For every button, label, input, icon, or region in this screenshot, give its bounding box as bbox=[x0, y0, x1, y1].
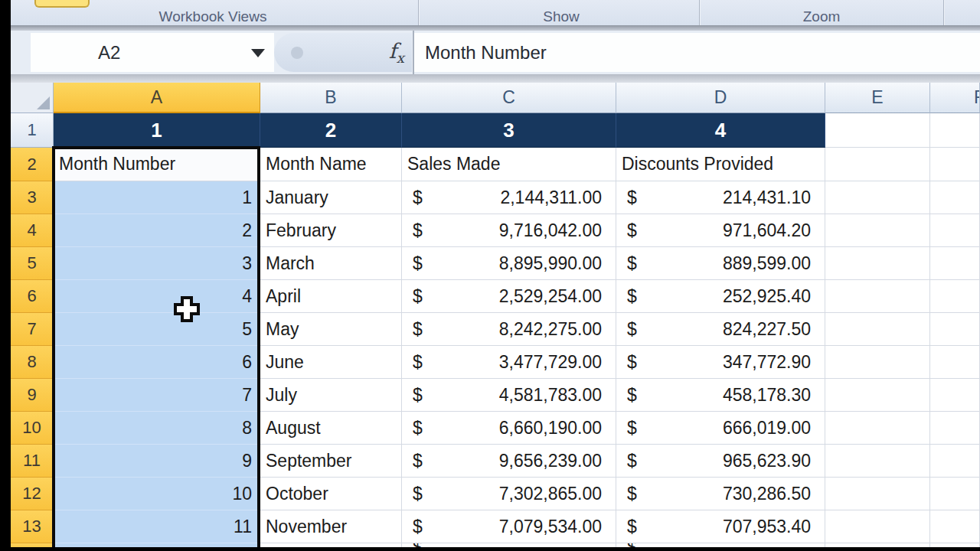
cell-C11[interactable]: $9,656,239.00 bbox=[402, 445, 616, 478]
cell-B9[interactable]: July bbox=[260, 379, 402, 412]
cell-C12[interactable]: $7,302,865.00 bbox=[402, 478, 616, 510]
cell-B7[interactable]: May bbox=[260, 313, 402, 346]
cell-F5[interactable] bbox=[930, 247, 980, 280]
cell-C7[interactable]: $8,242,275.00 bbox=[402, 313, 616, 346]
cell-E1[interactable] bbox=[825, 113, 930, 148]
cell-A12[interactable]: 10 bbox=[54, 478, 260, 510]
row-header-5[interactable]: 5 bbox=[11, 247, 54, 280]
cell-E3[interactable] bbox=[825, 181, 930, 214]
row-header-1[interactable]: 1 bbox=[11, 113, 54, 148]
cell-A2-active[interactable]: Month Number bbox=[54, 148, 260, 181]
cell-D10[interactable]: $666,019.00 bbox=[616, 412, 825, 445]
cell-E4[interactable] bbox=[825, 214, 930, 247]
row-header-11[interactable]: 11 bbox=[11, 445, 54, 478]
row-header-12[interactable]: 12 bbox=[11, 478, 54, 510]
row-header-10[interactable]: 10 bbox=[11, 412, 54, 445]
selection-border-right[interactable] bbox=[257, 146, 260, 551]
column-header-B[interactable]: B bbox=[260, 83, 402, 113]
cell-C10[interactable]: $6,660,190.00 bbox=[402, 412, 616, 445]
cell-D1[interactable]: 4 bbox=[616, 113, 825, 148]
cell-E13[interactable] bbox=[825, 510, 930, 543]
cell-B6[interactable]: April bbox=[260, 280, 402, 313]
cell-A5[interactable]: 3 bbox=[54, 247, 260, 280]
cell-B3[interactable]: January bbox=[260, 181, 402, 214]
cell-C6[interactable]: $2,529,254.00 bbox=[402, 280, 616, 313]
cell-F4[interactable] bbox=[930, 214, 980, 247]
column-header-D[interactable]: D bbox=[616, 83, 825, 113]
cell-C2[interactable]: Sales Made bbox=[402, 148, 616, 181]
cell-D3[interactable]: $214,431.10 bbox=[616, 181, 825, 214]
cell-D4[interactable]: $971,604.20 bbox=[616, 214, 825, 247]
cell-A6[interactable]: 4 bbox=[54, 280, 260, 313]
row-header-9[interactable]: 9 bbox=[11, 379, 54, 412]
column-header-F[interactable]: F bbox=[930, 83, 980, 113]
cell-F3[interactable] bbox=[930, 181, 980, 214]
cell-F10[interactable] bbox=[930, 412, 980, 445]
cell-C3[interactable]: $2,144,311.00 bbox=[402, 181, 616, 214]
cell-A10[interactable]: 8 bbox=[54, 412, 260, 445]
cell-A8[interactable]: 6 bbox=[54, 346, 260, 379]
cell-D7[interactable]: $824,227.50 bbox=[616, 313, 825, 346]
cell-A3[interactable]: 1 bbox=[54, 181, 260, 214]
cell-C9[interactable]: $4,581,783.00 bbox=[402, 379, 616, 412]
cell-B10[interactable]: August bbox=[260, 412, 402, 445]
cell-C5[interactable]: $8,895,990.00 bbox=[402, 247, 616, 280]
cell-D6[interactable]: $252,925.40 bbox=[616, 280, 825, 313]
cell-F13[interactable] bbox=[930, 510, 980, 543]
cell-B11[interactable]: September bbox=[260, 445, 402, 478]
row-header-13[interactable]: 13 bbox=[11, 510, 54, 543]
cell-E7[interactable] bbox=[825, 313, 930, 346]
cell-E11[interactable] bbox=[825, 445, 930, 478]
cell-C8[interactable]: $3,477,729.00 bbox=[402, 346, 616, 379]
cell-A4[interactable]: 2 bbox=[54, 214, 260, 247]
cell-A7[interactable]: 5 bbox=[54, 313, 260, 346]
column-header-C[interactable]: C bbox=[402, 83, 616, 113]
cell-D12[interactable]: $730,286.50 bbox=[616, 478, 825, 510]
cell-E10[interactable] bbox=[825, 412, 930, 445]
cell-D8[interactable]: $347,772.90 bbox=[616, 346, 825, 379]
cell-F2[interactable] bbox=[930, 148, 980, 181]
row-header-4[interactable]: 4 bbox=[11, 214, 54, 247]
row-header-8[interactable]: 8 bbox=[11, 346, 54, 379]
collapse-dot-icon[interactable] bbox=[291, 47, 303, 59]
cell-B13[interactable]: November bbox=[260, 510, 402, 543]
cell-B5[interactable]: March bbox=[260, 247, 402, 280]
cell-F1[interactable] bbox=[930, 113, 980, 148]
column-header-E[interactable]: E bbox=[825, 83, 930, 113]
row-header-2[interactable]: 2 bbox=[11, 148, 54, 181]
cell-C13[interactable]: $7,079,534.00 bbox=[402, 510, 616, 543]
name-box-dropdown-icon[interactable] bbox=[251, 49, 265, 57]
cell-A13[interactable]: 11 bbox=[54, 510, 260, 543]
cell-B2[interactable]: Month Name bbox=[260, 148, 402, 181]
cell-B1[interactable]: 2 bbox=[260, 113, 402, 148]
cell-E9[interactable] bbox=[825, 379, 930, 412]
cell-B4[interactable]: February bbox=[260, 214, 402, 247]
cell-C4[interactable]: $9,716,042.00 bbox=[402, 214, 616, 247]
cell-A1[interactable]: 1 bbox=[54, 113, 260, 148]
cell-B8[interactable]: June bbox=[260, 346, 402, 379]
row-header-3[interactable]: 3 bbox=[11, 181, 54, 214]
formula-bar-input[interactable]: Month Number bbox=[414, 33, 980, 72]
cell-D2[interactable]: Discounts Provided bbox=[616, 148, 825, 181]
select-all-corner[interactable] bbox=[11, 83, 54, 113]
ribbon-button-remnant[interactable] bbox=[34, 0, 90, 8]
cell-F8[interactable] bbox=[930, 346, 980, 379]
cell-E8[interactable] bbox=[825, 346, 930, 379]
cell-A11[interactable]: 9 bbox=[54, 445, 260, 478]
row-header-6[interactable]: 6 bbox=[11, 280, 54, 313]
cell-A9[interactable]: 7 bbox=[54, 379, 260, 412]
name-box[interactable]: A2 bbox=[31, 33, 274, 72]
column-header-A[interactable]: A bbox=[54, 83, 260, 113]
cell-D13[interactable]: $707,953.40 bbox=[616, 510, 825, 543]
cell-F9[interactable] bbox=[930, 379, 980, 412]
cell-F6[interactable] bbox=[930, 280, 980, 313]
cell-D5[interactable]: $889,599.00 bbox=[616, 247, 825, 280]
insert-function-fx-icon[interactable]: fx bbox=[389, 39, 404, 66]
cell-B12[interactable]: October bbox=[260, 478, 402, 510]
cell-F11[interactable] bbox=[930, 445, 980, 478]
cell-F7[interactable] bbox=[930, 313, 980, 346]
cell-F12[interactable] bbox=[930, 478, 980, 510]
cell-C1[interactable]: 3 bbox=[402, 113, 616, 148]
cell-E12[interactable] bbox=[825, 478, 930, 510]
cell-E2[interactable] bbox=[825, 148, 930, 181]
